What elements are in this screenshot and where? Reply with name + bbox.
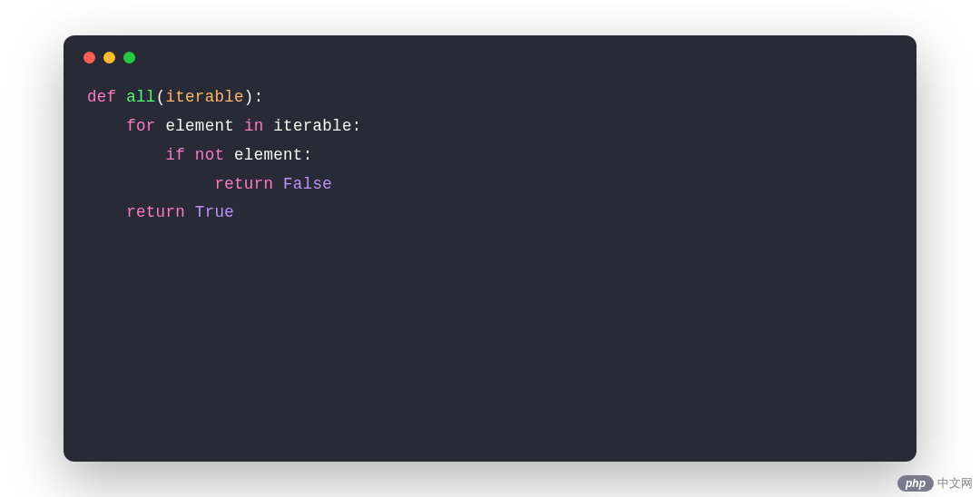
keyword-def: def [87,88,116,106]
keyword-if: if [165,146,185,164]
watermark: php 中文网 [897,475,973,492]
maximize-button[interactable] [123,52,135,63]
paren-open: ( [156,88,166,106]
window-header [64,35,916,74]
identifier-iterable: iterable [273,117,351,135]
code-line-1: def all(iterable): [87,83,893,112]
minimize-button[interactable] [103,52,115,63]
parameter: iterable [165,88,243,106]
identifier-element: element [234,146,303,164]
keyword-for: for [126,117,155,135]
close-button[interactable] [83,52,95,63]
const-false: False [283,175,332,193]
code-line-5: return True [87,199,893,228]
colon: : [303,146,313,164]
code-line-2: for element in iterable: [87,112,893,141]
colon: : [352,117,362,135]
watermark-text: 中文网 [937,475,973,492]
code-line-3: if not element: [87,141,893,171]
colon: : [254,88,264,106]
function-name: all [126,88,155,106]
keyword-return: return [214,175,273,193]
php-badge: php [897,475,934,492]
code-line-4: return False [87,171,893,200]
keyword-return: return [126,203,185,221]
const-true: True [195,203,234,221]
identifier-element: element [165,117,234,135]
code-window: def all(iterable): for element in iterab… [64,35,916,462]
paren-close: ) [244,88,254,106]
code-content: def all(iterable): for element in iterab… [64,74,916,251]
keyword-in: in [244,117,264,135]
keyword-not: not [195,146,224,164]
